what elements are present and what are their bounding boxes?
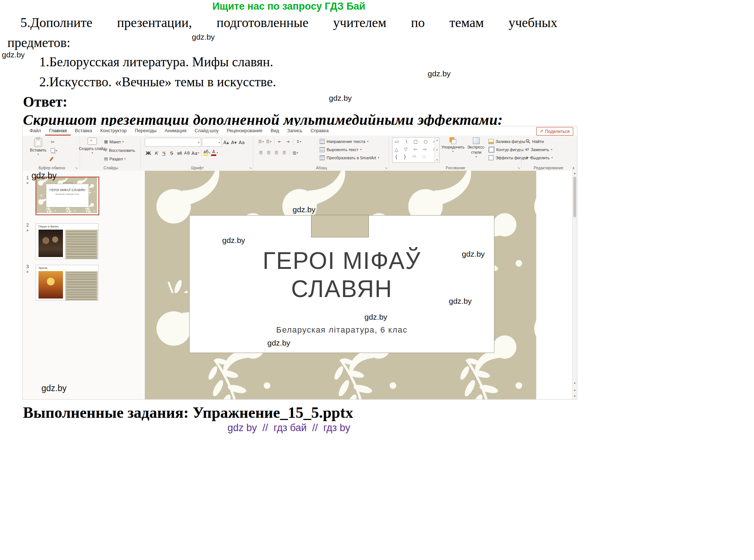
tab-record[interactable]: Запись — [283, 126, 306, 136]
slide-2-image — [39, 230, 63, 257]
arrange-button[interactable]: Упорядочить ▾ — [441, 137, 465, 165]
previous-slide-icon[interactable]: ▲ — [573, 389, 577, 391]
text-direction-label: Направление текста — [327, 139, 365, 144]
caret-down-icon: ▾ — [198, 152, 199, 154]
separator — [293, 139, 293, 145]
group-clipboard: Вставить ▾ ✂ ▾ Буфер обмена ↘ — [25, 136, 79, 171]
next-slide-icon[interactable]: ▼ — [573, 395, 577, 397]
align-text-button[interactable]: Выровнять текст▾ — [320, 146, 379, 153]
slide-2-title: Перун и Валес — [39, 225, 59, 228]
underline-button[interactable]: Ч — [160, 149, 167, 157]
font-name-combo[interactable]: ▾ — [145, 138, 201, 147]
caret-down-icon: ▾ — [37, 153, 39, 156]
align-center-button[interactable]: ☰ — [265, 149, 272, 157]
increase-indent-button[interactable]: ⇥ — [284, 138, 291, 146]
replace-button[interactable]: ⇄Заменить▾ — [526, 146, 553, 153]
format-painter-button[interactable] — [51, 156, 57, 163]
slide-editing-area[interactable]: ГЕРОІ МІФАЎ СЛАВЯН Беларуская літаратура… — [145, 171, 573, 399]
align-text-label: Выровнять текст — [327, 147, 358, 152]
reset-button[interactable]: ↺Восстановить — [104, 146, 135, 154]
tab-design[interactable]: Конструктор — [96, 126, 131, 136]
numbering-icon: ☰ — [266, 139, 270, 144]
replace-label: Заменить — [531, 147, 549, 152]
line-spacing-button[interactable]: ⇕▾ — [295, 138, 302, 146]
group-caption-font: Шрифт — [142, 166, 253, 170]
watermark: gdz.by — [41, 383, 67, 393]
font-size-combo[interactable]: ▾ — [202, 138, 222, 147]
smartart-button[interactable]: Преобразовать в SmartArt▾ — [320, 154, 379, 161]
bullets-button[interactable]: ☰▾ — [257, 138, 264, 146]
group-drawing: ▭ ∖ □ ○ ◇ ⌂ △ ▽ ⇦ ⇨ ☆ ✓ { } ◠ ♡ ▴ ▾ ▾ Уп… — [390, 136, 521, 171]
tab-help[interactable]: Справка — [306, 126, 333, 136]
group-caption-drawing: Рисование — [390, 166, 521, 170]
dialog-launcher-icon[interactable]: ↘ — [249, 166, 252, 170]
caret-down-icon: ▾ — [360, 148, 362, 151]
align-left-button[interactable]: ☰ — [257, 149, 264, 157]
character-spacing-button[interactable]: АВ — [184, 149, 191, 157]
tab-view[interactable]: Вид — [267, 126, 283, 136]
scroll-up-icon[interactable]: ▲ — [573, 172, 577, 174]
highlight-color-button[interactable]: аб▾ — [203, 149, 210, 157]
decrease-indent-button[interactable]: ⇤ — [276, 138, 283, 146]
clipboard-icon — [34, 137, 42, 147]
grow-font-button[interactable]: А▴ — [223, 138, 230, 146]
slides-mini-buttons: ▦Макет▾ ↺Восстановить ▤Раздел▾ — [104, 138, 135, 163]
layout-button[interactable]: ▦Макет▾ — [104, 138, 135, 146]
copy-button[interactable]: ▾ — [51, 147, 57, 154]
change-case-button[interactable]: Аа▾ — [191, 149, 199, 157]
font-color-button[interactable]: А▾ — [211, 149, 218, 157]
justify-button[interactable]: ☰ — [281, 149, 288, 157]
numbering-button[interactable]: ☰▾ — [265, 138, 272, 146]
caret-down-icon: ▾ — [198, 141, 199, 144]
collapse-ribbon-icon[interactable]: ∧ — [572, 166, 575, 170]
share-button[interactable]: ⇗ Поделиться — [536, 127, 573, 136]
shapes-gallery-scroll[interactable]: ▴ ▾ ▾ — [434, 138, 439, 162]
find-button[interactable]: Найти — [526, 137, 553, 145]
strikethrough-button[interactable]: S — [168, 149, 175, 157]
tab-transitions[interactable]: Переходы — [131, 126, 161, 136]
columns-button[interactable]: ▥▾ — [292, 149, 299, 157]
clear-formatting-button[interactable]: Аа — [238, 138, 245, 146]
slide-thumbnail-3[interactable]: Ярила — [36, 265, 99, 301]
tab-file[interactable]: Файл — [26, 126, 45, 136]
tab-insert[interactable]: Вставка — [71, 126, 96, 136]
shapes-gallery[interactable]: ▭ ∖ □ ○ ◇ ⌂ △ ▽ ⇦ ⇨ ☆ ✓ { } ◠ ♡ ▴ ▾ ▾ — [392, 137, 440, 163]
group-caption-paragraph: Абзац — [254, 166, 388, 170]
text-shadow-button[interactable]: аб — [176, 149, 183, 157]
tab-slideshow[interactable]: Слайд-шоу — [190, 126, 223, 136]
slide-3-text-block — [65, 271, 98, 301]
slide-thumbnail-2[interactable]: Перун и Валес — [36, 223, 99, 259]
quick-styles-button[interactable]: Экспресс- стили ▾ — [466, 137, 487, 165]
cut-button[interactable]: ✂ — [51, 139, 57, 146]
new-slide-button[interactable]: Создать слайд ▾ — [82, 137, 103, 165]
scrollbar-thumb[interactable] — [573, 177, 576, 217]
tab-review[interactable]: Рецензирование — [223, 126, 267, 136]
caret-down-icon: ▾ — [270, 141, 271, 143]
group-separator — [80, 137, 80, 169]
powerpoint-window: Файл Главная Вставка Конструктор Переход… — [22, 126, 577, 400]
scroll-down-icon[interactable]: ▼ — [573, 382, 577, 384]
dialog-launcher-icon[interactable]: ↘ — [517, 166, 520, 170]
text-direction-button[interactable]: Направление текста▾ — [320, 137, 379, 145]
slide-thumbnail-1[interactable]: ГЕРОІ МІФАЎ СЛАВЯН Беларуская літаратура… — [36, 177, 99, 215]
change-case-label: Аа — [191, 150, 197, 156]
section-icon: ▤ — [104, 156, 108, 161]
bold-button[interactable]: Ж — [145, 149, 152, 157]
quick-styles-label2: стили — [471, 150, 481, 154]
shrink-font-button[interactable]: А▾ — [230, 138, 237, 146]
select-button[interactable]: ➤Выделить▾ — [526, 154, 553, 161]
slide-title[interactable]: ГЕРОІ МІФАЎ СЛАВЯН — [190, 247, 494, 303]
section-button[interactable]: ▤Раздел▾ — [104, 155, 135, 163]
tab-animations[interactable]: Анимация — [161, 126, 191, 136]
highlight-icon: аб — [203, 150, 208, 154]
select-label: Выделить — [531, 156, 550, 160]
paste-button[interactable]: Вставить ▾ — [28, 137, 49, 165]
dialog-launcher-icon[interactable]: ↘ — [75, 166, 78, 170]
vertical-scrollbar[interactable]: ▲ ▼ ▲ ▼ — [572, 171, 577, 399]
slide-subtitle[interactable]: Беларуская літаратура, 6 клас — [190, 325, 494, 335]
tab-home[interactable]: Главная — [45, 126, 71, 136]
italic-button[interactable]: К — [153, 149, 160, 157]
align-right-button[interactable]: ☰ — [273, 149, 280, 157]
dialog-launcher-icon[interactable]: ↘ — [384, 166, 387, 170]
completed-tasks-line: Выполненные задания: Упражнение_15_5.ppt… — [23, 404, 353, 421]
